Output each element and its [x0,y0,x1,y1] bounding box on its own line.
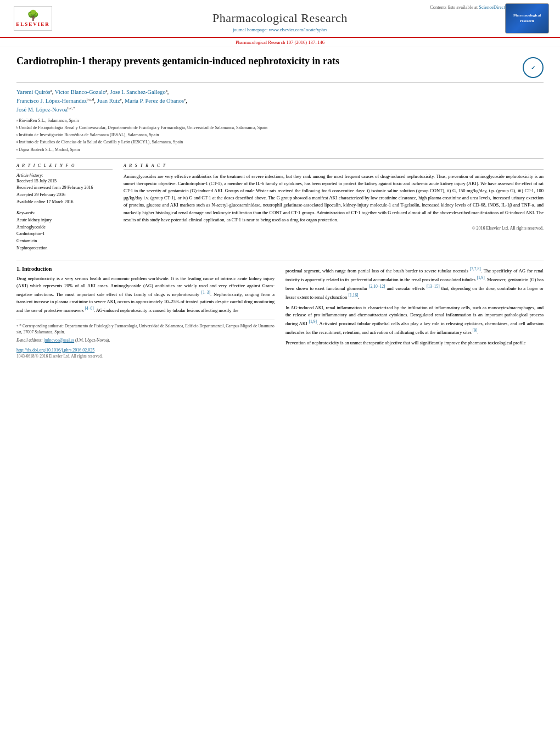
keywords-section: Keywords: Acute kidney injury Aminoglyco… [16,210,113,252]
doi-section: http://dx.doi.org/10.1016/j.phrs.2016.02… [16,348,275,359]
contents-available: Contents lists available at ScienceDirec… [55,4,505,10]
journal-volume-ref: Pharmacological Research 107 (2016) 137–… [0,38,560,47]
affiliation-a: a Bio-inRen S.L., Salamanca, Spain [16,118,544,124]
intro-left-text: Drug nephrotoxicity is a very serious he… [16,275,275,315]
copyright-line: © 2016 Elsevier Ltd. All rights reserved… [124,226,544,231]
accepted-date: Accepted 29 February 2016 [16,192,113,199]
abstract-header: A B S T R A C T [124,163,544,170]
crossmark-logo[interactable]: ✓ [523,57,544,78]
authors-section: Yaremi Quirósa, Victor Blanco-Gozaloa, J… [16,87,544,114]
keyword-1: Acute kidney injury [16,217,113,224]
journal-homepage[interactable]: journal homepage: www.elsevier.com/locat… [55,27,505,32]
article-info-column: A R T I C L E I N F O Article history: R… [16,163,113,252]
affiliations-section: a Bio-inRen S.L., Salamanca, Spain b Uni… [16,118,544,159]
introduction-section: 1. Introduction Drug nephrotoxicity is a… [16,260,544,359]
elsevier-tree-icon: 🌳 [27,10,39,20]
elsevier-brand-label: ELSEVIER [16,21,50,27]
article-body: A R T I C L E I N F O Article history: R… [16,163,544,252]
email-line: E-mail address: jmlnovoa@usal.es (J.M. L… [16,338,275,344]
article-history: Article history: Received 15 July 2015 R… [16,173,113,206]
author-1: Yaremi Quirósa, Victor Blanco-Gozaloa, J… [16,89,169,95]
article-info-header: A R T I C L E I N F O [16,163,113,170]
article-title-section: Cardiotrophin-1 therapy prevents gentami… [16,55,544,83]
abstract-column: A B S T R A C T Aminoglycosides are very… [124,163,544,252]
keyword-4: Gentamicin [16,238,113,245]
author-3: José M. López-Novoab,c,* [16,107,75,113]
footnote-section: * * Corresponding author at: Departament… [16,320,275,343]
journal-header: 🌳 ELSEVIER Contents lists available at S… [0,0,560,38]
received-revised-date: Received in revised form 29 February 201… [16,185,113,192]
available-online-date: Available online 17 March 2016 [16,199,113,206]
crossmark-icon: ✓ [531,65,535,71]
issn-line: 1043-6618/© 2016 Elsevier Ltd. All right… [16,354,275,359]
abstract-text: Aminoglycosides are very effective antib… [124,173,544,224]
journal-title: Pharmacological Research [55,11,505,25]
affiliation-b: b Unidad de Fisiopatología Renal y Cardi… [16,125,544,131]
affiliation-e: e Digna Biotech S.L., Madrid, Spain [16,147,544,153]
keyword-5: Nephroprotection [16,245,113,252]
affiliation-d: d Instituto de Estudios de Ciencias de l… [16,139,544,145]
header-center: Contents lists available at ScienceDirec… [55,4,505,32]
author-2: Francisco J. López-Hernandezb,c,d, Juan … [16,98,187,104]
main-content: Cardiotrophin-1 therapy prevents gentami… [0,47,560,366]
intro-section-title: 1. Introduction [16,266,275,272]
received-date: Received 15 July 2015 [16,178,113,185]
pharm-logo-text: Pharmacologicalresearch [513,13,541,23]
page-container: 🌳 ELSEVIER Contents lists available at S… [0,0,560,366]
intro-right-text: proximal segment, which range from parti… [285,266,544,347]
footnote-star-note: * * Corresponding author at: Departament… [16,323,275,335]
intro-right-column: proximal segment, which range from parti… [285,266,544,359]
elsevier-logo: 🌳 ELSEVIER [11,5,55,32]
pharmacological-research-logo: Pharmacologicalresearch [505,3,549,34]
keyword-3: Cardiotrophin-1 [16,231,113,238]
article-title: Cardiotrophin-1 therapy prevents gentami… [16,55,517,68]
keyword-2: Aminoglycoside [16,224,113,231]
intro-left-column: 1. Introduction Drug nephrotoxicity is a… [16,266,275,359]
affiliation-c: c Instituto de Investigación Biomédica d… [16,132,544,138]
